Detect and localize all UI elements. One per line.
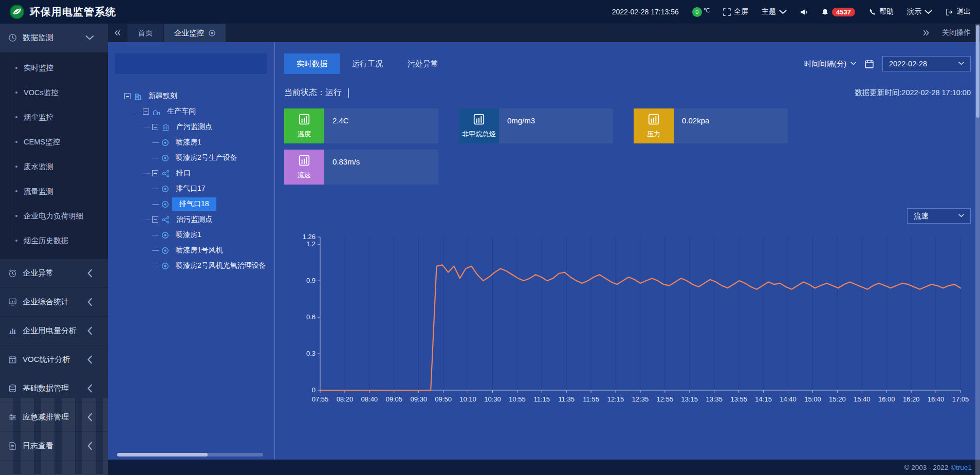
tree-node[interactable]: 排气口18 — [120, 196, 264, 212]
tree-node[interactable]: 治污监测点 — [120, 212, 264, 227]
svg-text:1.2: 1.2 — [306, 240, 316, 248]
scrollbar-thumb[interactable] — [117, 453, 208, 456]
collapse-toggle-icon[interactable] — [124, 93, 131, 99]
tab-bar: 首页企业监控 关闭操作 — [108, 24, 980, 42]
sidebar-section-power-usage-analysis[interactable]: 企业用电量分析 — [0, 317, 108, 345]
tabs-scroll-right-button[interactable] — [916, 24, 936, 42]
collapse-toggle-icon[interactable] — [152, 124, 158, 130]
tree-node[interactable]: 排口 — [120, 166, 264, 181]
help-button[interactable]: 帮助 — [868, 7, 894, 16]
chart-metric-select[interactable]: 流速 — [907, 208, 971, 224]
tab-close-icon[interactable] — [209, 30, 215, 36]
svg-text:11:55: 11:55 — [583, 395, 599, 403]
tree-node-label: 喷漆房1号风机 — [172, 244, 227, 257]
tree-node-label: 治污监测点 — [173, 213, 216, 226]
tree-node[interactable]: 喷漆房1号风机 — [120, 243, 264, 258]
sidebar-item[interactable]: 流量监测 — [0, 179, 108, 204]
metric-label: 压力 — [647, 130, 660, 139]
demo-dropdown[interactable]: 演示 — [907, 7, 932, 16]
sidebar-item[interactable]: 实时监控 — [0, 56, 108, 80]
logout-button[interactable]: 退出 — [946, 7, 971, 16]
content-tab[interactable]: 实时数据 — [284, 53, 340, 74]
collapse-toggle-icon[interactable] — [152, 170, 158, 176]
metric-value: 0.02kpa — [674, 108, 717, 143]
stats-icon — [8, 298, 17, 306]
tree-panel-header — [115, 53, 267, 74]
bell-icon — [821, 8, 829, 16]
tree-connector — [143, 220, 150, 220]
chevron-left-icon — [85, 326, 94, 335]
date-select[interactable]: 2022-02-28 — [882, 56, 971, 71]
vertical-scrollbar[interactable] — [975, 24, 980, 475]
sidebar-section-enterprise-abnormal[interactable]: 企业异常 — [0, 259, 108, 288]
page-tab[interactable]: 首页 — [127, 24, 163, 42]
tree-node[interactable]: 产污监测点 — [120, 119, 264, 135]
sidebar-section-label: VOC统计分析 — [23, 355, 70, 364]
theme-dropdown[interactable]: 主题 — [762, 7, 787, 16]
sidebar-section-label: 企业异常 — [23, 268, 53, 278]
tree-node[interactable]: 生产车间 — [120, 104, 264, 119]
meter-icon — [473, 113, 485, 127]
svg-text:15:40: 15:40 — [854, 395, 871, 403]
svg-text:0.3: 0.3 — [306, 350, 316, 357]
tree-node[interactable]: 喷漆房1 — [120, 135, 264, 150]
content-tab[interactable]: 运行工况 — [340, 53, 395, 74]
calendar-icon[interactable] — [864, 59, 874, 69]
bullet-icon — [15, 116, 17, 118]
sidebar-section-label: 基础数据管理 — [23, 383, 69, 393]
svg-text:13:15: 13:15 — [681, 395, 698, 403]
announcement-button[interactable] — [800, 8, 808, 16]
tabs-scroll-left-button[interactable] — [108, 24, 127, 42]
log-icon — [8, 442, 17, 450]
tree-node[interactable]: 喷漆房1 — [120, 227, 264, 243]
sidebar-item[interactable]: 烟尘监控 — [0, 105, 108, 130]
sidebar-section-log-view[interactable]: 日志查看 — [0, 432, 108, 461]
page-tab[interactable]: 企业监控 — [164, 24, 226, 42]
close-operations-dropdown[interactable]: 关闭操作 — [942, 28, 971, 38]
sidebar-item[interactable]: 企业电力负荷明细 — [0, 204, 108, 228]
tree-monitor-point-icon — [162, 123, 170, 131]
collapse-toggle-icon[interactable] — [143, 108, 149, 115]
fullscreen-button[interactable]: 全屏 — [723, 7, 748, 16]
sidebar-section-emergency-reduction[interactable]: 应急减排管理 — [0, 403, 108, 432]
sidebar-section-voc-analysis[interactable]: VOC统计分析 — [0, 345, 108, 374]
tree-node-label: 排气口17 — [172, 182, 209, 195]
tree-connector — [152, 266, 159, 266]
gauge-icon — [8, 33, 17, 42]
sidebar-section-enterprise-statistics[interactable]: 企业综合统计 — [0, 288, 108, 317]
bullet-icon — [15, 166, 17, 168]
svg-text:08:20: 08:20 — [337, 395, 354, 403]
sidebar-item[interactable]: 烟尘历史数据 — [0, 228, 108, 253]
tree-node[interactable]: 喷漆房2号风机光氧治理设备 — [120, 258, 264, 273]
svg-text:09:05: 09:05 — [385, 395, 402, 403]
svg-text:16:00: 16:00 — [878, 395, 895, 403]
chevron-left-icon — [85, 442, 94, 450]
svg-text:10:10: 10:10 — [459, 395, 476, 403]
collapse-toggle-icon[interactable] — [152, 216, 158, 223]
interval-dropdown[interactable]: 时间间隔(分) — [804, 59, 856, 69]
scrollbar-thumb[interactable] — [976, 25, 979, 118]
tree-horizontal-scrollbar[interactable] — [117, 453, 263, 456]
sidebar: 数据监测实时监控VOCs监控烟尘监控CEMS监控废水监测流量监测企业电力负荷明细… — [0, 24, 108, 475]
sidebar-item[interactable]: VOCs监控 — [0, 80, 108, 105]
sidebar-item[interactable]: CEMS监控 — [0, 130, 108, 154]
tree-connector — [143, 127, 150, 127]
tree-node[interactable]: 新疆默刻 — [120, 88, 264, 104]
content-tab[interactable]: 污处异常 — [395, 53, 451, 74]
sidebar-item[interactable]: 废水监测 — [0, 154, 108, 179]
fullscreen-label: 全屏 — [734, 7, 748, 16]
sidebar-section-data-monitoring[interactable]: 数据监测 — [0, 24, 108, 52]
sidebar-item-label: 废水监测 — [24, 162, 53, 172]
svg-text:14:15: 14:15 — [755, 395, 772, 403]
header-datetime: 2022-02-28 17:13:56 — [612, 8, 679, 16]
tree-connector — [152, 158, 159, 158]
sidebar-section-base-data-management[interactable]: 基础数据管理 — [0, 374, 108, 403]
tree-node-label: 喷漆房1 — [172, 229, 205, 241]
footer-link[interactable]: ©true1 — [951, 464, 972, 471]
tree-node[interactable]: 喷漆房2号生产设备 — [120, 150, 264, 166]
tree-node-label: 生产车间 — [163, 105, 199, 118]
tree-node[interactable]: 排气口17 — [120, 181, 264, 196]
alarm-bell-button[interactable]: 4537 — [821, 8, 855, 16]
svg-text:16:40: 16:40 — [928, 395, 945, 403]
tree-node-label: 产污监测点 — [173, 121, 216, 133]
